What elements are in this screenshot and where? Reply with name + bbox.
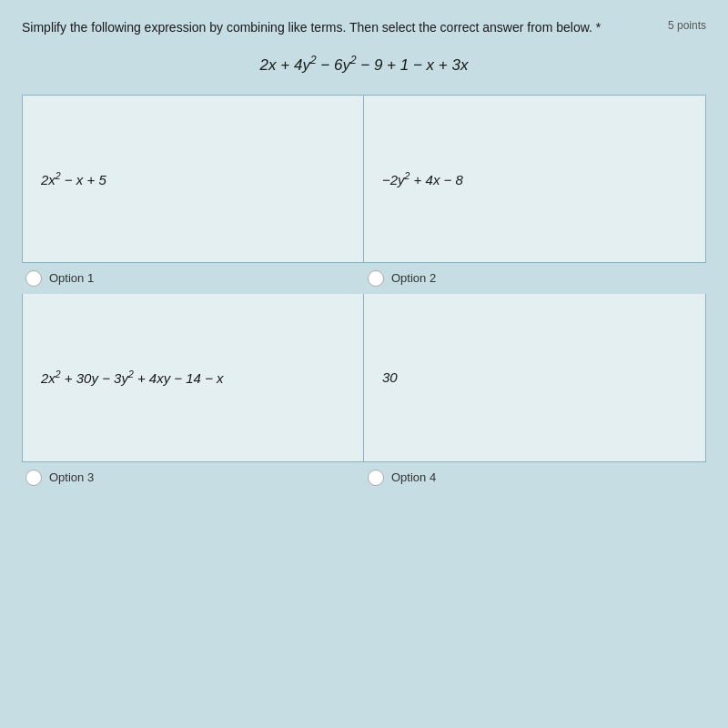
option-4-label-row: Option 4 (364, 462, 436, 493)
option-1-label: Option 1 (49, 271, 94, 285)
option-3-label-row: Option 3 (22, 462, 94, 493)
option-2-label: Option 2 (391, 271, 436, 285)
option-3-expression: 2x2 + 30y − 3y2 + 4xy − 14 − x (41, 369, 224, 386)
option-2-expression: −2y2 + 4x − 8 (382, 170, 463, 187)
option-cell-1: 2x2 − x + 5 Option 1 (22, 95, 364, 294)
option-1-label-row: Option 1 (22, 263, 94, 294)
option-cell-2: −2y2 + 4x − 8 Option 2 (364, 95, 706, 294)
option-4-label: Option 4 (391, 470, 436, 484)
option-cell-4: 30 Option 4 (364, 294, 706, 493)
option-3-radio[interactable] (25, 470, 42, 486)
option-2-label-row: Option 2 (364, 263, 436, 294)
option-1-radio[interactable] (25, 270, 42, 287)
option-box-1[interactable]: 2x2 − x + 5 (22, 95, 364, 263)
option-box-2[interactable]: −2y2 + 4x − 8 (364, 95, 706, 263)
option-3-label: Option 3 (49, 470, 94, 484)
options-grid: 2x2 − x + 5 Option 1 −2y2 + 4x − 8 Optio… (22, 95, 706, 493)
option-2-radio[interactable] (368, 270, 384, 287)
question-text: Simplify the following expression by com… (22, 18, 661, 37)
option-box-4[interactable]: 30 (364, 294, 706, 462)
option-box-3[interactable]: 2x2 + 30y − 3y2 + 4xy − 14 − x (22, 294, 364, 462)
points-badge: 5 points (668, 19, 706, 32)
option-4-expression: 30 (382, 369, 398, 385)
option-4-radio[interactable] (368, 470, 384, 486)
option-1-expression: 2x2 − x + 5 (41, 170, 106, 187)
question-header: Simplify the following expression by com… (22, 18, 706, 37)
expression-container: 2x + 4y2 − 6y2 − 9 + 1 − x + 3x (22, 54, 706, 75)
main-expression: 2x + 4y2 − 6y2 − 9 + 1 − x + 3x (260, 56, 469, 74)
page-container: Simplify the following expression by com… (0, 0, 728, 728)
option-cell-3: 2x2 + 30y − 3y2 + 4xy − 14 − x Option 3 (22, 294, 364, 493)
